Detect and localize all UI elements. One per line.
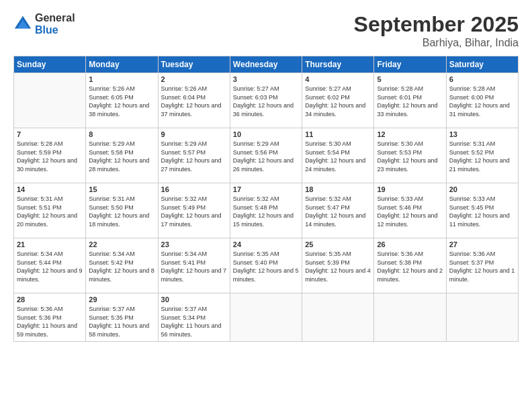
calendar-cell: 2 Sunrise: 5:26 AM Sunset: 6:04 PM Dayli… <box>158 73 230 128</box>
day-number: 16 <box>161 185 227 193</box>
cell-content: Sunrise: 5:28 AM Sunset: 6:00 PM Dayligh… <box>449 85 515 118</box>
calendar-cell: 14 Sunrise: 5:31 AM Sunset: 5:51 PM Dayl… <box>14 183 86 238</box>
calendar-cell <box>446 293 518 342</box>
day-number: 2 <box>161 75 227 83</box>
calendar-cell: 10 Sunrise: 5:29 AM Sunset: 5:56 PM Dayl… <box>230 128 302 183</box>
calendar-cell: 17 Sunrise: 5:32 AM Sunset: 5:48 PM Dayl… <box>230 183 302 238</box>
logo-general: General <box>35 12 75 24</box>
day-number: 5 <box>377 75 443 83</box>
day-number: 30 <box>161 295 227 304</box>
cell-content: Sunrise: 5:28 AM Sunset: 6:01 PM Dayligh… <box>377 85 443 118</box>
cell-content: Sunrise: 5:30 AM Sunset: 5:53 PM Dayligh… <box>377 140 443 173</box>
weekday-header-monday: Monday <box>86 56 158 73</box>
day-number: 1 <box>89 75 154 83</box>
cell-content: Sunrise: 5:32 AM Sunset: 5:47 PM Dayligh… <box>305 195 371 228</box>
page-header: General Blue September 2025 Barhiya, Bih… <box>13 12 519 49</box>
calendar-cell: 6 Sunrise: 5:28 AM Sunset: 6:00 PM Dayli… <box>446 73 518 128</box>
cell-content: Sunrise: 5:31 AM Sunset: 5:50 PM Dayligh… <box>89 195 154 228</box>
calendar-cell: 23 Sunrise: 5:34 AM Sunset: 5:41 PM Dayl… <box>158 238 230 293</box>
calendar-cell: 16 Sunrise: 5:32 AM Sunset: 5:49 PM Dayl… <box>158 183 230 238</box>
day-number: 29 <box>89 295 154 304</box>
day-number: 8 <box>89 130 154 138</box>
calendar-cell <box>302 293 374 342</box>
weekday-header-friday: Friday <box>374 56 446 73</box>
day-number: 25 <box>305 240 371 248</box>
cell-content: Sunrise: 5:28 AM Sunset: 5:59 PM Dayligh… <box>17 140 83 173</box>
calendar-cell: 20 Sunrise: 5:33 AM Sunset: 5:45 PM Dayl… <box>446 183 518 238</box>
calendar-cell: 8 Sunrise: 5:29 AM Sunset: 5:58 PM Dayli… <box>86 128 158 183</box>
cell-content: Sunrise: 5:26 AM Sunset: 6:05 PM Dayligh… <box>89 85 154 118</box>
day-number: 24 <box>233 240 299 248</box>
cell-content: Sunrise: 5:32 AM Sunset: 5:48 PM Dayligh… <box>233 195 299 228</box>
cell-content: Sunrise: 5:35 AM Sunset: 5:40 PM Dayligh… <box>233 250 299 283</box>
day-number: 17 <box>233 185 299 193</box>
cell-content: Sunrise: 5:33 AM Sunset: 5:45 PM Dayligh… <box>449 195 515 228</box>
cell-content: Sunrise: 5:31 AM Sunset: 5:51 PM Dayligh… <box>17 195 83 228</box>
month-title: September 2025 <box>354 12 519 37</box>
cell-content: Sunrise: 5:37 AM Sunset: 5:34 PM Dayligh… <box>161 305 227 338</box>
logo-text: General Blue <box>35 12 75 36</box>
cell-content: Sunrise: 5:35 AM Sunset: 5:39 PM Dayligh… <box>305 250 371 283</box>
weekday-header-wednesday: Wednesday <box>230 56 302 73</box>
calendar-page: General Blue September 2025 Barhiya, Bih… <box>0 0 532 411</box>
weekday-header-thursday: Thursday <box>302 56 374 73</box>
calendar-cell: 9 Sunrise: 5:29 AM Sunset: 5:57 PM Dayli… <box>158 128 230 183</box>
day-number: 27 <box>449 240 515 248</box>
calendar-cell: 21 Sunrise: 5:34 AM Sunset: 5:44 PM Dayl… <box>14 238 86 293</box>
cell-content: Sunrise: 5:37 AM Sunset: 5:35 PM Dayligh… <box>89 305 154 338</box>
cell-content: Sunrise: 5:34 AM Sunset: 5:42 PM Dayligh… <box>89 250 154 283</box>
location: Barhiya, Bihar, India <box>354 37 519 49</box>
calendar-cell: 7 Sunrise: 5:28 AM Sunset: 5:59 PM Dayli… <box>14 128 86 183</box>
cell-content: Sunrise: 5:32 AM Sunset: 5:49 PM Dayligh… <box>161 195 227 228</box>
cell-content: Sunrise: 5:30 AM Sunset: 5:54 PM Dayligh… <box>305 140 371 173</box>
cell-content: Sunrise: 5:26 AM Sunset: 6:04 PM Dayligh… <box>161 85 227 118</box>
weekday-header-saturday: Saturday <box>446 56 518 73</box>
calendar-cell: 26 Sunrise: 5:36 AM Sunset: 5:38 PM Dayl… <box>374 238 446 293</box>
logo-blue: Blue <box>35 24 75 36</box>
calendar-cell <box>230 293 302 342</box>
calendar-cell: 5 Sunrise: 5:28 AM Sunset: 6:01 PM Dayli… <box>374 73 446 128</box>
day-number: 15 <box>89 185 154 193</box>
calendar-cell <box>374 293 446 342</box>
cell-content: Sunrise: 5:29 AM Sunset: 5:57 PM Dayligh… <box>161 140 227 173</box>
weekday-header-sunday: Sunday <box>14 56 86 73</box>
calendar-week-row: 7 Sunrise: 5:28 AM Sunset: 5:59 PM Dayli… <box>14 128 519 183</box>
calendar-cell: 18 Sunrise: 5:32 AM Sunset: 5:47 PM Dayl… <box>302 183 374 238</box>
day-number: 3 <box>233 75 299 83</box>
day-number: 23 <box>161 240 227 248</box>
cell-content: Sunrise: 5:29 AM Sunset: 5:56 PM Dayligh… <box>233 140 299 173</box>
calendar-cell: 15 Sunrise: 5:31 AM Sunset: 5:50 PM Dayl… <box>86 183 158 238</box>
day-number: 14 <box>17 185 83 193</box>
day-number: 13 <box>449 130 515 138</box>
calendar-cell: 3 Sunrise: 5:27 AM Sunset: 6:03 PM Dayli… <box>230 73 302 128</box>
calendar-cell: 1 Sunrise: 5:26 AM Sunset: 6:05 PM Dayli… <box>86 73 158 128</box>
cell-content: Sunrise: 5:34 AM Sunset: 5:41 PM Dayligh… <box>161 250 227 283</box>
day-number: 21 <box>17 240 83 248</box>
day-number: 18 <box>305 185 371 193</box>
cell-content: Sunrise: 5:29 AM Sunset: 5:58 PM Dayligh… <box>89 140 154 173</box>
calendar-cell: 27 Sunrise: 5:36 AM Sunset: 5:37 PM Dayl… <box>446 238 518 293</box>
day-number: 20 <box>449 185 515 193</box>
day-number: 22 <box>89 240 154 248</box>
calendar-cell: 13 Sunrise: 5:31 AM Sunset: 5:52 PM Dayl… <box>446 128 518 183</box>
weekday-header-tuesday: Tuesday <box>158 56 230 73</box>
calendar-cell: 24 Sunrise: 5:35 AM Sunset: 5:40 PM Dayl… <box>230 238 302 293</box>
day-number: 10 <box>233 130 299 138</box>
calendar-week-row: 1 Sunrise: 5:26 AM Sunset: 6:05 PM Dayli… <box>14 73 519 128</box>
cell-content: Sunrise: 5:36 AM Sunset: 5:38 PM Dayligh… <box>377 250 443 283</box>
calendar-cell: 29 Sunrise: 5:37 AM Sunset: 5:35 PM Dayl… <box>86 293 158 342</box>
day-number: 19 <box>377 185 443 193</box>
cell-content: Sunrise: 5:27 AM Sunset: 6:03 PM Dayligh… <box>233 85 299 118</box>
cell-content: Sunrise: 5:36 AM Sunset: 5:36 PM Dayligh… <box>17 305 83 338</box>
calendar-cell: 22 Sunrise: 5:34 AM Sunset: 5:42 PM Dayl… <box>86 238 158 293</box>
title-section: September 2025 Barhiya, Bihar, India <box>354 12 519 49</box>
calendar-cell: 11 Sunrise: 5:30 AM Sunset: 5:54 PM Dayl… <box>302 128 374 183</box>
day-number: 28 <box>17 295 83 304</box>
day-number: 12 <box>377 130 443 138</box>
day-number: 4 <box>305 75 371 83</box>
day-number: 26 <box>377 240 443 248</box>
calendar-week-row: 14 Sunrise: 5:31 AM Sunset: 5:51 PM Dayl… <box>14 183 519 238</box>
calendar-cell: 30 Sunrise: 5:37 AM Sunset: 5:34 PM Dayl… <box>158 293 230 342</box>
calendar-cell: 28 Sunrise: 5:36 AM Sunset: 5:36 PM Dayl… <box>14 293 86 342</box>
cell-content: Sunrise: 5:33 AM Sunset: 5:46 PM Dayligh… <box>377 195 443 228</box>
